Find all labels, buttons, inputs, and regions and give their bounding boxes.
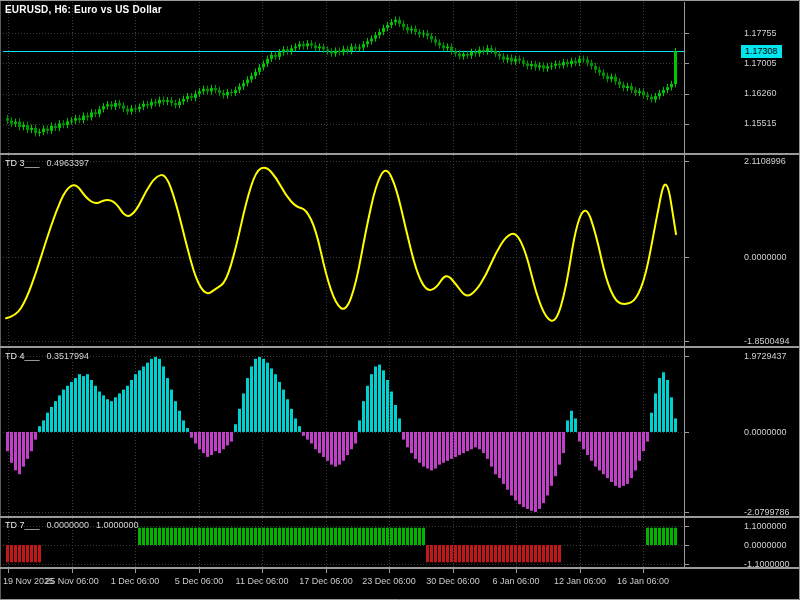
price-axis-label: 1.17005	[744, 58, 777, 69]
td3-axis-label: 2.1108996	[744, 156, 786, 167]
time-axis-label: 23 Dec 06:00	[362, 576, 416, 587]
chart-canvas[interactable]	[0, 0, 800, 600]
time-axis-label: 12 Jan 06:00	[554, 576, 606, 587]
td4-axis-label: 0.0000000	[744, 427, 787, 438]
td7-axis-label: 1.1000000	[744, 521, 787, 532]
td7-axis-label: -1.1000000	[744, 559, 790, 570]
trading-chart-window: EURUSD, H6: Euro vs US Dollar TD 3___0.4…	[0, 0, 800, 600]
td4-axis-label: -2.0799786	[744, 507, 790, 518]
time-axis-label: 6 Jan 06:00	[492, 576, 539, 587]
chart-title: EURUSD, H6: Euro vs US Dollar	[5, 4, 162, 15]
time-axis-label: 5 Dec 06:00	[175, 576, 224, 587]
indicator-value: 0.4963397	[47, 158, 90, 168]
indicator-value: 0.0000000	[47, 520, 90, 530]
time-axis-label: 30 Dec 06:00	[426, 576, 480, 587]
time-axis-label: 17 Dec 06:00	[299, 576, 353, 587]
time-axis-label: 25 Nov 06:00	[45, 576, 99, 587]
price-axis-label: 1.17755	[744, 28, 777, 39]
indicator-label-td4: TD 4___0.3517994	[5, 351, 89, 362]
td3-axis-label: -1.8500494	[744, 336, 790, 347]
price-axis-label: 1.15515	[744, 118, 777, 129]
time-axis-label: 1 Dec 06:00	[111, 576, 160, 587]
price-scale[interactable]	[685, 2, 798, 567]
indicator-name: TD 4___	[5, 351, 40, 361]
td4-axis-label: 1.9729437	[744, 351, 787, 362]
price-axis-label: 1.16260	[744, 88, 777, 99]
indicator-label-td3: TD 3___0.4963397	[5, 158, 89, 169]
indicator-name: TD 7___	[5, 520, 40, 530]
current-price-tag: 1.17308	[741, 45, 782, 58]
td7-axis-label: 0.0000000	[744, 540, 787, 551]
indicator-label-td7: TD 7___0.00000001.0000000	[5, 520, 139, 531]
indicator-name: TD 3___	[5, 158, 40, 168]
indicator-value: 0.3517994	[47, 351, 90, 361]
td3-axis-label: 0.0000000	[744, 252, 787, 263]
time-axis-label: 11 Dec 06:00	[236, 576, 289, 587]
indicator-value-2: 1.0000000	[96, 520, 139, 530]
time-axis-label: 16 Jan 06:00	[617, 576, 669, 587]
